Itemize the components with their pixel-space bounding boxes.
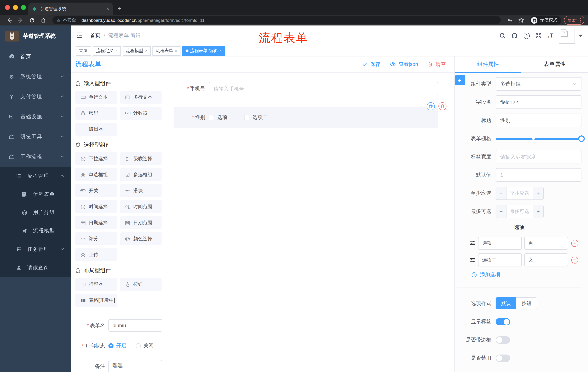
browser-tab[interactable]: 芋道管理系统 ×	[28, 2, 113, 15]
form-name-input[interactable]	[108, 319, 162, 332]
avatar-dropdown-caret-icon[interactable]	[578, 34, 583, 37]
component-chip-editor[interactable]: 编辑器	[75, 123, 117, 136]
option-label-input[interactable]	[478, 237, 522, 250]
tag-process-form[interactable]: 流程表单×	[152, 46, 180, 55]
component-chip-time-picker[interactable]: 时间选择	[75, 200, 117, 213]
phone-input[interactable]	[209, 82, 438, 95]
stepper-decrease-button[interactable]: −	[496, 187, 506, 199]
component-chip-upload[interactable]: 上传	[75, 248, 117, 261]
avatar[interactable]	[559, 28, 575, 44]
tag-close-icon[interactable]: ×	[175, 49, 177, 53]
remark-textarea[interactable]: 嘿嘿	[108, 360, 162, 372]
add-option-button[interactable]: 添加选项	[471, 272, 588, 278]
component-chip-rate[interactable]: ☆ 评分	[75, 232, 117, 245]
gender-checkbox-option2[interactable]: 选项二	[244, 114, 268, 121]
stepper-decrease-button[interactable]: −	[496, 205, 506, 217]
canvas-field-phone[interactable]: *手机号	[172, 82, 438, 95]
canvas-field-gender-selected[interactable]: *性别 选项一 选项二	[174, 107, 438, 128]
browser-update-button[interactable]: 更新	[564, 16, 584, 25]
component-chip-single-text[interactable]: 单行文本	[75, 91, 117, 104]
new-tab-button[interactable]: +	[118, 5, 122, 12]
status-radio-open[interactable]: 开启	[108, 342, 126, 349]
tab-component-props[interactable]: 组件属性	[455, 56, 521, 73]
label-width-input[interactable]	[496, 150, 581, 163]
form-grid-slider[interactable]	[496, 132, 581, 145]
sidebar-item-payment[interactable]: ¥ 支付管理	[0, 87, 71, 107]
with-border-switch[interactable]	[496, 336, 510, 343]
remove-option-button[interactable]	[571, 240, 578, 247]
show-label-switch[interactable]	[496, 318, 510, 325]
option-value-input[interactable]	[524, 253, 568, 266]
component-chip-date-picker[interactable]: 日期选择	[75, 216, 117, 229]
status-radio-closed[interactable]: 关闭	[136, 342, 154, 349]
stepper-increase-button[interactable]: +	[533, 205, 543, 217]
drag-handle-icon[interactable]	[469, 257, 475, 263]
tab-close-icon[interactable]: ×	[107, 6, 109, 11]
option-value-input[interactable]	[524, 237, 568, 250]
tag-process-form-edit[interactable]: 流程表单-编辑×	[182, 46, 225, 55]
bookmark-star-icon[interactable]	[515, 17, 527, 23]
slider-track[interactable]	[496, 138, 581, 139]
breadcrumb-home[interactable]: 首页	[90, 32, 100, 39]
title-input[interactable]	[496, 114, 581, 127]
view-json-button[interactable]: 查看json	[390, 61, 418, 67]
component-chip-select[interactable]: 下拉选择	[75, 152, 117, 165]
slider-handle[interactable]	[578, 135, 585, 142]
tag-close-icon[interactable]: ×	[115, 49, 117, 53]
remove-option-button[interactable]	[571, 256, 578, 263]
fullscreen-icon[interactable]	[535, 32, 542, 39]
tag-close-icon[interactable]: ×	[145, 49, 147, 53]
save-button[interactable]: 保存	[362, 61, 380, 67]
component-chip-button[interactable]: 按钮	[120, 278, 162, 291]
clear-button[interactable]: 清空	[428, 61, 446, 67]
component-chip-checkbox-group[interactable]: ☑ 多选框组	[120, 168, 162, 181]
gender-checkbox-option1[interactable]: 选项一	[209, 114, 232, 121]
link-drawer-handle[interactable]	[455, 75, 465, 85]
component-chip-date-range[interactable]: 日期范围	[120, 216, 162, 229]
tag-home[interactable]: 首页	[76, 46, 91, 55]
component-chip-slider[interactable]: 滑块	[120, 184, 162, 197]
font-size-icon[interactable]: TT	[547, 32, 554, 39]
option-label-input[interactable]	[478, 253, 522, 266]
sidebar-item-process-form[interactable]: 流程表单	[0, 185, 71, 203]
tag-close-icon[interactable]: ×	[220, 49, 222, 53]
tab-form-props[interactable]: 表单属性	[521, 56, 588, 73]
stepper-increase-button[interactable]: +	[533, 187, 543, 199]
component-chip-table[interactable]: 表格[开发中]	[75, 294, 117, 307]
component-chip-password[interactable]: 密码	[75, 107, 117, 120]
component-type-select[interactable]: 多选框组	[496, 77, 581, 91]
window-minimize-button[interactable]	[13, 5, 18, 10]
search-icon[interactable]	[499, 32, 506, 39]
home-icon[interactable]	[37, 17, 49, 23]
component-chip-cascader[interactable]: 级联选择	[120, 152, 162, 165]
max-select-input[interactable]	[506, 205, 533, 217]
sidebar-item-dev-tools[interactable]: 研发工具	[0, 127, 71, 147]
sidebar-item-system[interactable]: ⚙ 系统管理	[0, 67, 71, 87]
sidebar-item-infrastructure[interactable]: 基础设施	[0, 107, 71, 127]
back-icon[interactable]	[4, 17, 15, 23]
tag-process-definition[interactable]: 流程定义×	[93, 46, 121, 55]
sidebar-item-workflow[interactable]: 工作流程	[0, 147, 71, 167]
delete-component-button[interactable]	[439, 102, 446, 110]
duplicate-component-button[interactable]	[427, 102, 435, 110]
sidebar-item-user-group[interactable]: 用户分组	[0, 203, 71, 222]
sidebar-item-process-management[interactable]: 流程管理	[0, 167, 71, 185]
default-value-input[interactable]	[496, 168, 581, 182]
min-select-input[interactable]	[506, 187, 533, 199]
disabled-switch[interactable]	[496, 354, 510, 362]
password-key-icon[interactable]	[504, 17, 515, 23]
forward-icon[interactable]	[15, 17, 26, 23]
style-button-button[interactable]: 按钮	[516, 298, 537, 309]
field-name-input[interactable]	[496, 95, 581, 109]
drag-handle-icon[interactable]	[469, 240, 475, 246]
sidebar-item-leave-query[interactable]: 请假查询	[0, 258, 71, 277]
tag-process-model[interactable]: 流程模型×	[123, 46, 151, 55]
component-chip-time-range[interactable]: 时间范围	[120, 200, 162, 213]
browser-menu-icon[interactable]	[580, 18, 581, 22]
sidebar-item-home[interactable]: 首页	[0, 47, 71, 67]
component-chip-row-container[interactable]: 行容器	[75, 278, 117, 291]
sidebar-item-task-management[interactable]: 任务管理	[0, 240, 71, 258]
component-chip-switch[interactable]: 开关	[75, 184, 117, 197]
window-close-button[interactable]	[5, 5, 10, 10]
style-default-button[interactable]: 默认	[496, 298, 516, 309]
